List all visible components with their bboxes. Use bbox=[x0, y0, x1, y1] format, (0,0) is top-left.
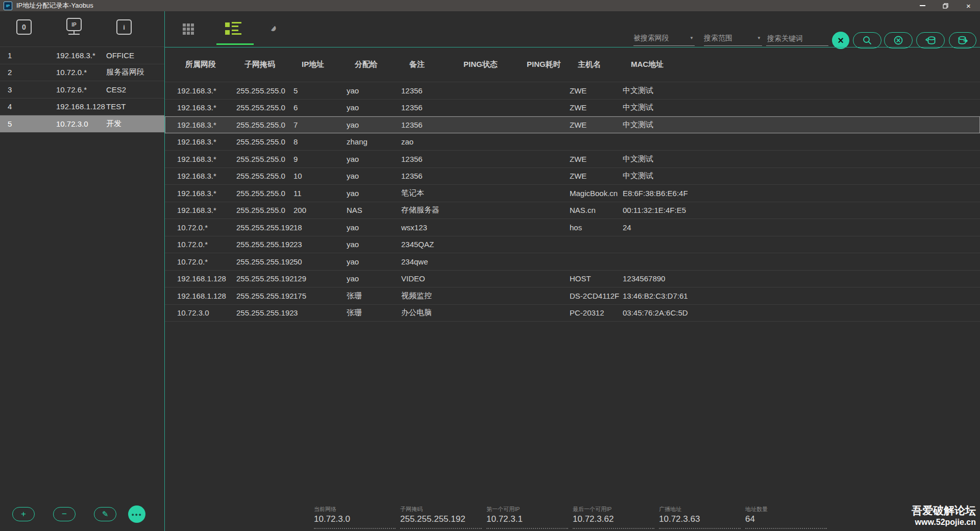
table-row[interactable]: 10.72.0.* 255.255.255.192 18 yao wsx123 … bbox=[165, 219, 980, 236]
app-icon: IP bbox=[4, 2, 12, 10]
close-button[interactable]: × bbox=[957, 0, 980, 11]
cell-mac: 中文测试 bbox=[623, 120, 980, 130]
table-row[interactable]: 192.168.3.* 255.255.255.0 5 yao 12356 ZW… bbox=[165, 82, 980, 100]
segment-name: 服务器网段 bbox=[106, 67, 164, 77]
minimize-button[interactable] bbox=[911, 0, 934, 11]
segment-list-item[interactable]: 5 10.72.3.0 开发 bbox=[0, 115, 164, 133]
app-window: IP IP地址分配记录本-Yaobus × 0 IP i 1 19 bbox=[0, 0, 980, 531]
cell-network: 192.168.1.128 bbox=[177, 292, 236, 300]
search-segment-select[interactable]: 被搜索网段 ▼ bbox=[633, 31, 695, 46]
edit-segment-button[interactable]: ✎ bbox=[94, 507, 116, 521]
cell-hostname: DS-2CD4112F bbox=[570, 292, 623, 300]
cell-ip: 18 bbox=[293, 223, 347, 232]
table-row[interactable]: 192.168.3.* 255.255.255.0 9 yao 12356 ZW… bbox=[165, 151, 980, 168]
segment-name: OFFICE bbox=[106, 51, 164, 60]
column-header[interactable]: 主机名 bbox=[570, 60, 623, 69]
clear-filter-button[interactable]: × bbox=[832, 32, 849, 49]
cell-ip: 10 bbox=[293, 172, 347, 180]
table-row[interactable]: 10.72.0.* 255.255.255.192 23 yao 2345QAZ bbox=[165, 236, 980, 254]
column-header[interactable]: MAC地址 bbox=[623, 60, 980, 69]
column-header[interactable]: PING状态 bbox=[455, 60, 519, 69]
database-import-button[interactable] bbox=[916, 32, 945, 49]
cell-note: 12356 bbox=[401, 172, 455, 180]
cell-ip: 129 bbox=[293, 274, 347, 283]
status-value: 10.72.3.63 bbox=[659, 514, 741, 524]
search-button[interactable] bbox=[853, 32, 881, 49]
add-segment-button[interactable]: + bbox=[12, 507, 35, 521]
database-import-icon bbox=[925, 35, 936, 45]
cell-subnet-mask: 255.255.255.192 bbox=[236, 308, 293, 317]
sidebar-tab-zero[interactable]: 0 bbox=[16, 19, 32, 35]
cell-note: 12356 bbox=[401, 120, 455, 129]
window-title: IP地址分配记录本-Yaobus bbox=[16, 1, 93, 10]
cell-ip: 6 bbox=[293, 103, 347, 112]
table-row[interactable]: 192.168.3.* 255.255.255.0 10 yao 12356 Z… bbox=[165, 168, 980, 185]
database-export-button[interactable] bbox=[949, 32, 976, 49]
cell-mac: E8:6F:38:B6:E6:4F bbox=[623, 189, 980, 198]
reset-search-button[interactable] bbox=[884, 32, 913, 49]
segment-list-item[interactable]: 1 192.168.3.* OFFICE bbox=[0, 47, 164, 64]
segment-list-item[interactable]: 4 192.168.1.128 TEST bbox=[0, 99, 164, 116]
column-header[interactable]: 子网掩码 bbox=[236, 60, 293, 69]
cell-note: 12356 bbox=[401, 103, 455, 112]
restore-button[interactable] bbox=[934, 0, 957, 11]
search-scope-select[interactable]: 搜索范围 ▼ bbox=[704, 31, 762, 46]
status-value: 255.255.255.192 bbox=[400, 514, 482, 524]
segment-network: 10.72.3.0 bbox=[56, 119, 106, 128]
table-row[interactable]: 192.168.3.* 255.255.255.0 200 NAS 存储服务器 … bbox=[165, 202, 980, 220]
cell-ip: 5 bbox=[293, 86, 347, 95]
segment-name: CES2 bbox=[106, 85, 164, 94]
segment-index: 1 bbox=[0, 51, 56, 60]
cell-ip: 7 bbox=[293, 120, 347, 129]
cell-network: 192.168.1.128 bbox=[177, 274, 236, 283]
table-row[interactable]: 192.168.3.* 255.255.255.0 8 zhang zao bbox=[165, 134, 980, 151]
cell-assigned-to: yao bbox=[347, 172, 401, 180]
segment-index: 3 bbox=[0, 85, 56, 94]
cell-assigned-to: yao bbox=[347, 103, 401, 112]
cell-subnet-mask: 255.255.255.192 bbox=[236, 240, 293, 249]
search-keyword-input[interactable] bbox=[766, 34, 828, 43]
restore-icon bbox=[943, 3, 948, 9]
cell-subnet-mask: 255.255.255.0 bbox=[236, 86, 293, 95]
column-header[interactable]: IP地址 bbox=[293, 60, 347, 69]
segment-list-item[interactable]: 2 10.72.0.* 服务器网段 bbox=[0, 64, 164, 82]
table-row[interactable]: 10.72.0.* 255.255.255.192 50 yao 234qwe bbox=[165, 253, 980, 271]
cell-ip: 9 bbox=[293, 155, 347, 163]
table-row[interactable]: 10.72.3.0 255.255.255.192 3 张珊 办公电脑 PC-2… bbox=[165, 305, 980, 322]
theme-moon-button[interactable]: ◑ bbox=[265, 19, 281, 36]
table-row[interactable]: 192.168.1.128 255.255.255.192 129 yao VI… bbox=[165, 271, 980, 288]
status-value: 10.72.3.62 bbox=[573, 514, 654, 524]
column-header[interactable]: 分配给 bbox=[347, 60, 401, 69]
column-header[interactable]: 所属网段 bbox=[177, 60, 236, 69]
table-row[interactable]: 192.168.1.128 255.255.255.192 175 张珊 视频监… bbox=[165, 287, 980, 305]
watermark: 吾爱破解论坛 www.52pojie.cn bbox=[912, 503, 976, 527]
titlebar: IP IP地址分配记录本-Yaobus × bbox=[0, 0, 980, 11]
cell-hostname: ZWE bbox=[570, 86, 623, 95]
cell-assigned-to: yao bbox=[347, 274, 401, 283]
column-header[interactable]: 备注 bbox=[401, 60, 455, 69]
grid-view-button[interactable] bbox=[183, 23, 194, 35]
search-scope-label: 搜索范围 bbox=[704, 34, 732, 43]
cell-ip: 3 bbox=[293, 308, 347, 317]
table-row[interactable]: 192.168.3.* 255.255.255.0 7 yao 12356 ZW… bbox=[165, 116, 980, 134]
sidebar-tab-info[interactable]: i bbox=[116, 19, 132, 35]
search-keyword-field bbox=[766, 31, 828, 46]
segment-network: 192.168.1.128 bbox=[56, 102, 106, 111]
segment-list-item[interactable]: 3 10.72.6.* CES2 bbox=[0, 81, 164, 99]
table-row[interactable]: 192.168.3.* 255.255.255.0 11 yao 笔记本 Mag… bbox=[165, 185, 980, 202]
segment-index: 2 bbox=[0, 68, 56, 77]
sidebar-tab-ip-network[interactable]: IP bbox=[65, 18, 83, 35]
cell-assigned-to: 张珊 bbox=[347, 308, 401, 318]
search-segment-label: 被搜索网段 bbox=[633, 34, 669, 43]
cell-ip: 8 bbox=[293, 137, 347, 146]
list-view-button[interactable] bbox=[225, 22, 241, 36]
table-panel: 所属网段子网掩码IP地址分配给备注PING状态PING耗时主机名MAC地址 19… bbox=[165, 47, 980, 531]
more-options-button[interactable]: ●●● bbox=[128, 505, 145, 523]
cell-hostname: hos bbox=[570, 223, 623, 232]
remove-segment-button[interactable]: − bbox=[53, 507, 76, 521]
table-row[interactable]: 192.168.3.* 255.255.255.0 6 yao 12356 ZW… bbox=[165, 100, 980, 117]
table-header: 所属网段子网掩码IP地址分配给备注PING状态PING耗时主机名MAC地址 bbox=[165, 47, 980, 82]
segment-index: 4 bbox=[0, 102, 56, 111]
segment-name: TEST bbox=[106, 102, 164, 111]
column-header[interactable]: PING耗时 bbox=[519, 60, 570, 69]
